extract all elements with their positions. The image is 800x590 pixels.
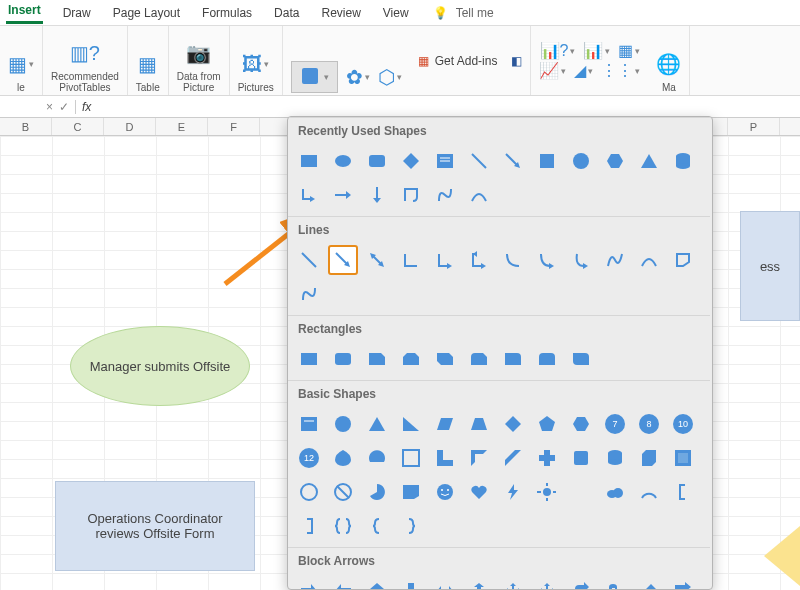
line-curved-arrow[interactable] xyxy=(532,245,562,275)
tab-data[interactable]: Data xyxy=(272,4,301,22)
line-curved-double[interactable] xyxy=(566,245,596,275)
area-chart-icon[interactable]: ◢▾ xyxy=(574,62,593,80)
ba-corner[interactable] xyxy=(668,576,698,589)
bs-bracket-l[interactable] xyxy=(668,477,698,507)
ba-bent-r[interactable] xyxy=(566,576,596,589)
shape-curve[interactable] xyxy=(464,180,494,210)
shape-scribble[interactable] xyxy=(430,180,460,210)
bs-bevel[interactable] xyxy=(668,443,698,473)
table-button[interactable]: ▦ Table xyxy=(128,26,169,95)
rect-snip-round[interactable] xyxy=(464,344,494,374)
bs-plaque[interactable] xyxy=(566,443,596,473)
shape-cylinder[interactable] xyxy=(668,146,698,176)
ba-leftright[interactable] xyxy=(430,576,460,589)
tab-draw[interactable]: Draw xyxy=(61,4,93,22)
ba-quad[interactable] xyxy=(498,576,528,589)
bs-brace-pair[interactable] xyxy=(328,511,358,541)
tab-page-layout[interactable]: Page Layout xyxy=(111,4,182,22)
line-straight[interactable] xyxy=(294,245,324,275)
shape-right-arrow[interactable] xyxy=(328,180,358,210)
shape-diamond[interactable] xyxy=(396,146,426,176)
ba-updown[interactable] xyxy=(464,576,494,589)
bs-diamond[interactable] xyxy=(498,409,528,439)
col-P[interactable]: P xyxy=(728,118,780,135)
pivottable-group[interactable]: ▦▾ le xyxy=(0,26,43,95)
shape-line[interactable] xyxy=(464,146,494,176)
tell-me[interactable]: 💡Tell me xyxy=(429,2,498,24)
bs-lframe[interactable] xyxy=(430,443,460,473)
rectangle-shape-1[interactable]: Operations Coordinator reviews Offsite F… xyxy=(55,481,255,571)
shape-triangle[interactable] xyxy=(634,146,664,176)
3d-models-button[interactable]: ⬡▾ xyxy=(378,61,402,93)
bs-folded[interactable] xyxy=(396,477,426,507)
shape-square[interactable] xyxy=(532,146,562,176)
rectangle-shape-2[interactable]: ess xyxy=(740,211,800,321)
bs-cylinder[interactable] xyxy=(600,443,630,473)
bs-frame[interactable] xyxy=(396,443,426,473)
ba-bent-u[interactable] xyxy=(634,576,664,589)
bs-sun[interactable] xyxy=(532,477,562,507)
treemap-chart-icon[interactable]: ▦▾ xyxy=(618,42,640,60)
col-F[interactable]: F xyxy=(208,118,260,135)
maps-button[interactable]: 🌐 Ma xyxy=(648,26,690,95)
line-scribble-2[interactable] xyxy=(294,279,324,309)
bs-rtriangle[interactable] xyxy=(396,409,426,439)
bs-cloud[interactable] xyxy=(600,477,630,507)
rect-rounded[interactable] xyxy=(328,344,358,374)
triangle-shape[interactable] xyxy=(764,526,800,586)
col-B[interactable]: B xyxy=(0,118,52,135)
shape-oval[interactable] xyxy=(328,146,358,176)
bs-pie[interactable] xyxy=(362,477,392,507)
line-freeform-shape[interactable] xyxy=(668,245,698,275)
bs-brace-r[interactable] xyxy=(396,511,426,541)
worksheet[interactable]: Manager submits Offsite Operations Coord… xyxy=(0,136,800,590)
bs-tear[interactable] xyxy=(328,443,358,473)
bs-moon[interactable] xyxy=(566,477,596,507)
bs-plus[interactable] xyxy=(532,443,562,473)
bs-parallelogram[interactable] xyxy=(430,409,460,439)
office-addins-icon[interactable]: ◧ xyxy=(511,54,522,68)
shape-circle[interactable] xyxy=(566,146,596,176)
ba-down[interactable] xyxy=(396,576,426,589)
shapes-button[interactable]: ▾ xyxy=(291,61,338,93)
tab-insert[interactable]: Insert xyxy=(6,1,43,24)
bs-num10[interactable]: 10 xyxy=(668,409,698,439)
col-D[interactable]: D xyxy=(104,118,156,135)
ba-uturn-r[interactable] xyxy=(600,576,630,589)
scatter-chart-icon[interactable]: ⋮⋮▾ xyxy=(601,62,640,80)
bs-brace-l[interactable] xyxy=(362,511,392,541)
bs-trapezoid[interactable] xyxy=(464,409,494,439)
bs-heart[interactable] xyxy=(464,477,494,507)
get-addins-button[interactable]: Get Add-ins xyxy=(435,54,498,68)
shape-freeform-1[interactable] xyxy=(396,180,426,210)
line-chart-icon[interactable]: 📈▾ xyxy=(539,62,566,80)
shape-rounded-rect[interactable] xyxy=(362,146,392,176)
data-from-picture-button[interactable]: 📷 Data from Picture xyxy=(169,26,230,95)
col-E[interactable]: E xyxy=(156,118,208,135)
column-chart-icon[interactable]: 📊?▾ xyxy=(540,42,576,60)
rect-round1[interactable] xyxy=(498,344,528,374)
rect-snip-diag[interactable] xyxy=(430,344,460,374)
icons-button[interactable]: ✿▾ xyxy=(346,61,370,93)
shape-turn-arrow[interactable] xyxy=(294,180,324,210)
shape-hexagon[interactable] xyxy=(600,146,630,176)
bs-num12[interactable]: 12 xyxy=(294,443,324,473)
shape-textbox[interactable] xyxy=(430,146,460,176)
bs-chord[interactable] xyxy=(362,443,392,473)
bs-num7[interactable]: 7 xyxy=(600,409,630,439)
line-curved[interactable] xyxy=(498,245,528,275)
cancel-button[interactable]: × xyxy=(46,100,53,114)
tab-review[interactable]: Review xyxy=(319,4,362,22)
rect-snip1[interactable] xyxy=(362,344,392,374)
bs-triangle[interactable] xyxy=(362,409,392,439)
col-C[interactable]: C xyxy=(52,118,104,135)
ba-left[interactable] xyxy=(328,576,358,589)
bs-textbox[interactable] xyxy=(294,409,324,439)
line-elbow-arrow[interactable] xyxy=(430,245,460,275)
bs-hexagon[interactable] xyxy=(566,409,596,439)
bs-pentagon[interactable] xyxy=(532,409,562,439)
shape-down-arrow[interactable] xyxy=(362,180,392,210)
tab-view[interactable]: View xyxy=(381,4,411,22)
pictures-button[interactable]: 🖼▾ Pictures xyxy=(230,26,283,95)
recommended-pivot-button[interactable]: ▥? Recommended PivotTables xyxy=(43,26,128,95)
